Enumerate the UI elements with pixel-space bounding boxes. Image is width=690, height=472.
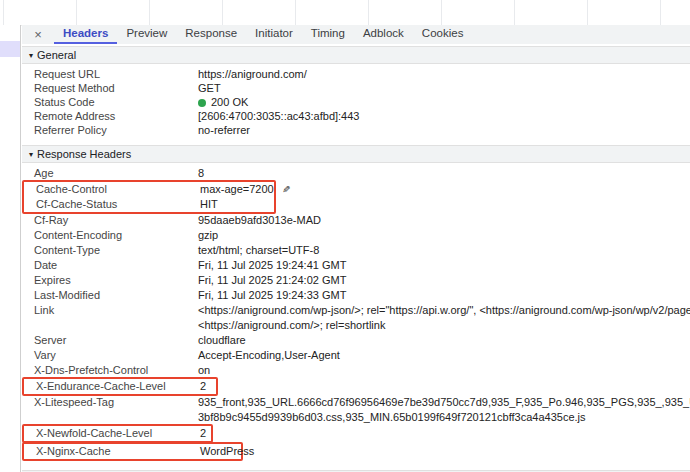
header-name: Content-Encoding [34,228,198,243]
header-value: Fri, 11 Jul 2025 19:24:33 GMT [198,288,346,303]
page-table-grid [0,0,690,26]
header-value: Accept-Encoding,User-Agent [198,348,340,363]
header-row-cf-cache-status: Cf-Cache-Status HIT [24,197,274,212]
header-row-x-endurance-cache-level: X-Endurance-Cache-Level 2 [24,379,216,394]
header-value: WordPress [200,444,254,459]
annotation-box-endurance: X-Endurance-Cache-Level 2 [22,377,218,396]
section-general-title: General [37,49,76,61]
tab-adblock[interactable]: Adblock [354,25,413,44]
tab-headers[interactable]: Headers [54,25,117,44]
close-icon[interactable]: × [22,25,54,44]
header-row-expires: Expires Fri, 11 Jul 2025 21:24:02 GMT [22,273,690,288]
header-name: Referrer Policy [34,123,198,137]
header-row-content-encoding: Content-Encoding gzip [22,228,690,243]
header-row-content-type: Content-Type text/html; charset=UTF-8 [22,243,690,258]
headers-detail-panel: × Headers Preview Response Initiator Tim… [22,25,690,472]
header-value: text/html; charset=UTF-8 [198,243,319,258]
request-list-edge [0,25,21,472]
header-value: 935_front,935_URL.6666cd76f96956469e7be3… [198,395,690,425]
header-value: max-age=7200✎ [200,182,290,197]
devtools-network-headers-screenshot: × Headers Preview Response Initiator Tim… [0,0,690,472]
tab-cookies[interactable]: Cookies [413,25,473,44]
header-name: X-Endurance-Cache-Level [36,379,200,394]
header-row-status-code: Status Code 200 OK [22,95,690,109]
tab-response[interactable]: Response [176,25,246,44]
header-value: 2 [200,426,206,441]
header-value: [2606:4700:3035::ac43:afbd]:443 [198,109,359,123]
header-name: Request URL [34,67,198,81]
collapse-triangle-icon: ▾ [29,48,33,64]
header-row-request-method: Request Method GET [22,81,690,95]
header-row-server: Server cloudflare [22,333,690,348]
header-value: cloudflare [198,333,246,348]
header-row-link: Link <https://aniground.com/wp-json/>; r… [22,303,690,333]
header-name: Expires [34,273,198,288]
header-value: gzip [198,228,218,243]
selected-request-row-fragment[interactable] [0,41,20,57]
tab-preview[interactable]: Preview [117,25,176,44]
header-name: Remote Address [34,109,198,123]
header-value: Fri, 11 Jul 2025 19:24:41 GMT [198,258,346,273]
header-value: 2 [200,379,206,394]
section-response-headers-header[interactable]: ▾Response Headers [22,145,690,163]
header-row-date: Date Fri, 11 Jul 2025 19:24:41 GMT [22,258,690,273]
header-name: X-Newfold-Cache-Level [36,426,200,441]
edit-pencil-icon[interactable]: ✎ [282,182,290,197]
header-row-vary: Vary Accept-Encoding,User-Agent [22,348,690,363]
header-value: HIT [200,197,218,212]
header-value: <https://aniground.com/wp-json/>; rel="h… [198,303,690,333]
header-row-x-newfold-cache-level: X-Newfold-Cache-Level 2 [24,426,211,441]
header-name: Status Code [34,95,198,109]
response-header-rows: Age 8 Cache-Control max-age=7200✎ Cf-Cac… [22,163,690,462]
header-row-last-modified: Last-Modified Fri, 11 Jul 2025 19:24:33 … [22,288,690,303]
header-row-x-nginx-cache: X-Nginx-Cache WordPress [24,444,241,459]
general-rows: Request URL https://aniground.com/ Reque… [22,64,690,139]
header-value: on [198,363,210,378]
header-value: 95daaeb9afd3013e-MAD [198,213,321,228]
header-value: no-referrer [198,123,250,137]
header-row-referrer-policy: Referrer Policy no-referrer [22,123,690,137]
headers-content: ▾General Request URL https://aniground.c… [22,44,690,472]
header-name: Cf-Cache-Status [36,197,200,212]
annotation-box-nginx: X-Nginx-Cache WordPress [22,442,243,461]
header-name: Cache-Control [36,182,200,197]
tab-initiator[interactable]: Initiator [246,25,302,44]
header-name: Content-Type [34,243,198,258]
header-name: X-Litespeed-Tag [34,395,198,410]
header-value: Fri, 11 Jul 2025 21:24:02 GMT [198,273,346,288]
header-value: https://aniground.com/ [198,67,307,81]
header-name: Date [34,258,198,273]
header-name: Last-Modified [34,288,198,303]
collapse-triangle-icon: ▾ [29,147,33,163]
header-value: 8 [198,166,204,181]
header-row-cache-control: Cache-Control max-age=7200✎ [24,182,274,197]
annotation-box-cache: Cache-Control max-age=7200✎ Cf-Cache-Sta… [22,180,276,214]
header-row-age: Age 8 [22,166,690,181]
header-name: Vary [34,348,198,363]
tab-timing[interactable]: Timing [302,25,354,44]
header-value: 200 OK [198,95,248,109]
header-row-cf-ray: Cf-Ray 95daaeb9afd3013e-MAD [22,213,690,228]
section-general-header[interactable]: ▾General [22,46,690,64]
devtools-tabbar: × Headers Preview Response Initiator Tim… [22,25,690,44]
header-name: X-Nginx-Cache [36,444,200,459]
header-row-request-url: Request URL https://aniground.com/ [22,67,690,81]
section-response-headers-title: Response Headers [37,148,131,160]
header-name: X-Dns-Prefetch-Control [34,363,198,378]
header-name: Cf-Ray [34,213,198,228]
header-value: GET [198,81,221,95]
header-row-remote-address: Remote Address [2606:4700:3035::ac43:afb… [22,109,690,123]
header-name: Link [34,303,198,318]
status-ok-dot-icon [198,99,206,107]
header-row-x-dns-prefetch-control: X-Dns-Prefetch-Control on [22,363,690,378]
annotation-box-newfold: X-Newfold-Cache-Level 2 [22,424,213,443]
header-name: Age [34,166,198,181]
header-name: Server [34,333,198,348]
header-row-x-litespeed-tag: X-Litespeed-Tag 935_front,935_URL.6666cd… [22,395,690,425]
header-name: Request Method [34,81,198,95]
